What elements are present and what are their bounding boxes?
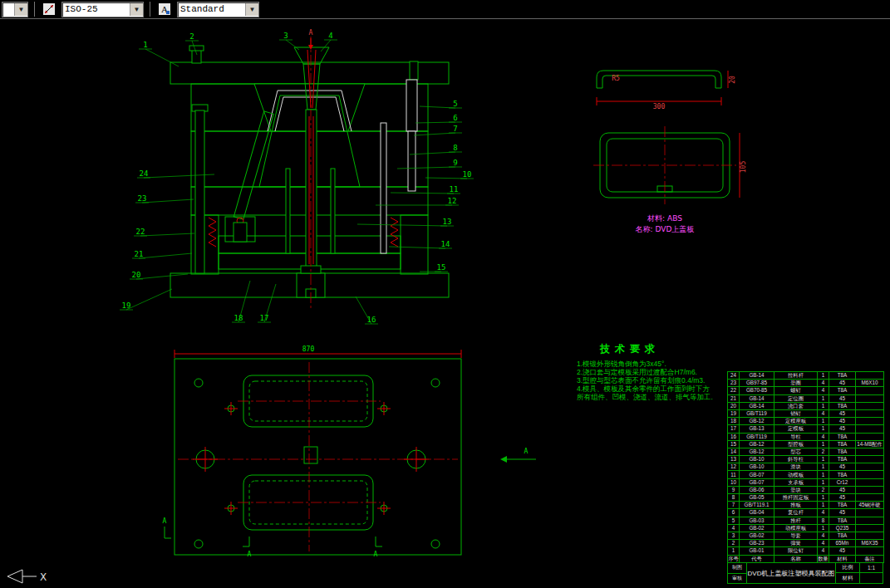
plan-view — [165, 350, 536, 555]
parts-cell — [856, 494, 884, 502]
parts-cell: 滑块 — [774, 463, 818, 471]
parts-cell: T8A — [829, 448, 856, 455]
parts-cell: 24 — [728, 372, 740, 380]
dim-style-value: ISO-25 — [62, 4, 130, 14]
callout-leader-21 — [139, 253, 192, 258]
parts-cell — [856, 394, 884, 402]
parts-table-row: 6GB-04复位杆445 — [728, 509, 884, 517]
parts-cell: 定位圈 — [774, 394, 818, 402]
ucs-icon: X — [7, 570, 47, 583]
parts-cell: GB-14 — [740, 394, 774, 402]
section-mark — [165, 527, 171, 538]
parts-cell: 推杆 — [774, 517, 818, 524]
parts-table-row: 11GB-07动模板1T8A — [728, 471, 884, 478]
parts-cell — [856, 402, 884, 409]
parts-cell — [856, 524, 884, 532]
parts-cell: 2 — [818, 486, 829, 493]
parts-cell: GB-12 — [740, 448, 774, 455]
text-style-select[interactable]: Standard ▼ — [177, 2, 259, 17]
parts-cell: 1 — [818, 372, 829, 380]
parts-cell: GB-10 — [740, 456, 774, 463]
parts-cell: GB70-85 — [740, 387, 774, 394]
parts-cell: 45 — [829, 463, 856, 471]
callout-6: 6 — [453, 114, 457, 122]
scale-label: 比例 — [836, 563, 859, 573]
callout-8: 8 — [453, 144, 457, 152]
socket-bolt-head — [189, 46, 204, 51]
bolt-hole — [194, 379, 203, 387]
ejector-pin — [286, 169, 290, 253]
parts-cell: 定模板 — [774, 425, 818, 433]
parts-cell: T8A — [829, 433, 856, 440]
parts-cell: 推杆固定板 — [774, 494, 818, 502]
parts-table-row: 1GB-01限位钉445 — [728, 547, 884, 555]
title-block-grid: 比例 1:1 材料 — [836, 563, 883, 583]
parts-cell: 16 — [728, 433, 740, 440]
parts-table-row: 20GB-14浇口套1T8A — [728, 402, 884, 409]
parts-cell: 14 — [728, 448, 740, 455]
callout-18: 18 — [234, 314, 243, 322]
parts-cell — [856, 409, 884, 417]
parts-table-row: 8GB-05推杆固定板145 — [728, 494, 884, 502]
tech-requirements-lines: 1.模锻外形锐角倒角为3x45°.2.浇口套与定模板采用过渡配合H7/m6.3.… — [577, 360, 739, 401]
parts-cell: 销钉 — [774, 409, 818, 417]
parts-cell: 23 — [728, 380, 740, 387]
dimension-label: 870 — [302, 345, 315, 353]
chevron-down-icon[interactable]: ▼ — [14, 3, 27, 16]
runner-block — [304, 447, 317, 463]
parts-cell: 1 — [818, 471, 829, 478]
parts-table-row: 18GB-12定模座板145 — [728, 418, 884, 425]
material-label: 材料 — [836, 573, 859, 583]
parts-cell — [856, 478, 884, 486]
parts-cell — [856, 372, 884, 380]
checker-label: 审核 — [728, 574, 746, 584]
parts-table-row: 16GB/T119导柱4T8A — [728, 433, 884, 440]
layer-dropdown[interactable]: ▼ — [2, 2, 28, 17]
toolbar-separator — [34, 2, 35, 17]
parts-cell: M6X35 — [856, 540, 884, 547]
parts-table-row: 22GB70-85螺钉4T8A — [728, 387, 884, 394]
parts-cell: GB-13 — [740, 425, 774, 433]
parts-table-row: 9GB-06垫块245 — [728, 486, 884, 493]
guide-bushing — [406, 80, 417, 131]
callout-leader-23 — [142, 199, 194, 203]
parts-cell: 8 — [728, 494, 740, 502]
parts-cell: 动模座板 — [774, 524, 818, 532]
mold-section-view — [170, 37, 449, 311]
callout-19: 19 — [122, 301, 131, 310]
parts-cell: 1 — [818, 478, 829, 486]
parts-cell: 代号 — [740, 555, 774, 562]
parts-cell: 12 — [728, 463, 740, 471]
parts-cell: T8A — [829, 471, 856, 478]
parts-cell: 数量 — [818, 555, 829, 562]
dim-style-select[interactable]: ISO-25 ▼ — [61, 2, 144, 17]
parts-cell: 名称 — [774, 555, 818, 562]
text-style-icon[interactable]: A — [156, 2, 173, 17]
parts-cell — [856, 463, 884, 471]
dimension-label: A — [374, 551, 378, 558]
callout-17: 17 — [260, 314, 269, 322]
parts-cell: 动模板 — [774, 471, 818, 478]
callout-leader-9 — [397, 167, 455, 169]
parts-cell: Cr12 — [829, 478, 856, 486]
parts-cell — [856, 486, 884, 493]
tech-requirement-line: 1.模锻外形锐角倒角为3x45°. — [577, 360, 739, 368]
chevron-down-icon[interactable]: ▼ — [130, 3, 143, 16]
parts-table-row: 12GB-10滑块145 — [728, 463, 884, 471]
parts-cell: 15 — [728, 440, 740, 448]
parts-cell: 9 — [728, 486, 740, 493]
bolt-hole — [194, 540, 203, 548]
dim-style-icon[interactable] — [41, 2, 57, 17]
parts-cell: GB-14 — [740, 402, 774, 409]
parts-cell: 11 — [728, 471, 740, 478]
parts-cell: 4 — [818, 540, 829, 547]
parts-cell: 1 — [818, 418, 829, 425]
cad-application-window: ▼ ISO-25 ▼ A Standard ▼ — [0, 0, 890, 588]
chevron-down-icon[interactable]: ▼ — [245, 3, 258, 16]
section-mark — [376, 537, 382, 546]
callout-20: 20 — [132, 271, 141, 279]
parts-cell — [856, 418, 884, 425]
parts-cell: 1 — [728, 547, 740, 555]
parts-cell: 导套 — [774, 532, 818, 539]
parts-cell: 4 — [818, 547, 829, 555]
